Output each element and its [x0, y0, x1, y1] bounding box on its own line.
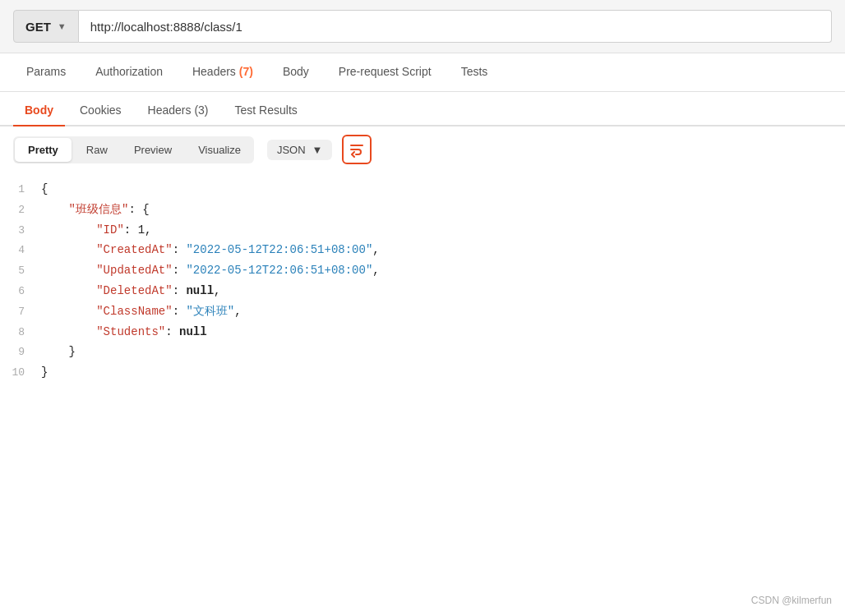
fmt-preview[interactable]: Preview	[121, 138, 185, 162]
wrap-icon	[349, 141, 365, 158]
response-tabs: Body Cookies Headers (3) Test Results	[0, 95, 845, 126]
resp-tab-headers[interactable]: Headers (3)	[136, 95, 220, 126]
url-input[interactable]	[79, 10, 832, 43]
tab-params[interactable]: Params	[13, 53, 79, 91]
resp-tab-body[interactable]: Body	[13, 95, 65, 126]
chevron-down-icon: ▼	[58, 21, 67, 31]
method-dropdown[interactable]: GET ▼	[13, 10, 79, 43]
tab-prerequest[interactable]: Pre-request Script	[326, 53, 445, 91]
json-line: 7 "ClassName": "文科班",	[0, 301, 845, 322]
json-line: 8 "Students": null	[0, 322, 845, 342]
resp-tab-cookies[interactable]: Cookies	[68, 95, 133, 126]
fmt-raw[interactable]: Raw	[73, 138, 121, 162]
resp-tab-testresults[interactable]: Test Results	[224, 95, 309, 126]
format-type-label: JSON	[277, 144, 306, 156]
json-content-area: 1 { 2 "班级信息": { 3 "ID": 1, 4 "CreatedAt"…	[0, 172, 845, 583]
json-line: 2 "班级信息": {	[0, 200, 845, 220]
format-type-chevron: ▼	[312, 144, 323, 156]
tab-headers[interactable]: Headers (7)	[179, 53, 266, 91]
json-line: 5 "UpdatedAt": "2022-05-12T22:06:51+08:0…	[0, 260, 845, 281]
format-toolbar: Pretty Raw Preview Visualize JSON ▼	[0, 126, 845, 172]
tab-authorization[interactable]: Authorization	[82, 53, 176, 91]
json-line: 6 "DeletedAt": null,	[0, 281, 845, 301]
json-line: 3 "ID": 1,	[0, 220, 845, 241]
method-label: GET	[25, 20, 51, 34]
headers-badge: (7)	[239, 65, 253, 78]
format-group: Pretty Raw Preview Visualize	[13, 136, 254, 163]
json-line: 9 }	[0, 342, 845, 362]
request-tabs: Params Authorization Headers (7) Body Pr…	[0, 53, 845, 92]
tab-tests[interactable]: Tests	[448, 53, 501, 91]
wrap-button[interactable]	[342, 135, 372, 164]
format-type-dropdown[interactable]: JSON ▼	[267, 140, 333, 160]
fmt-visualize[interactable]: Visualize	[185, 138, 254, 162]
tab-body[interactable]: Body	[270, 53, 322, 91]
json-line: 10 }	[0, 362, 845, 383]
watermark: CSDN @kilmerfun	[751, 595, 832, 606]
json-line: 4 "CreatedAt": "2022-05-12T22:06:51+08:0…	[0, 240, 845, 260]
url-bar: GET ▼	[0, 0, 845, 53]
json-line: 1 {	[0, 179, 845, 200]
fmt-pretty[interactable]: Pretty	[15, 138, 72, 162]
resp-headers-badge: (3)	[194, 103, 208, 117]
